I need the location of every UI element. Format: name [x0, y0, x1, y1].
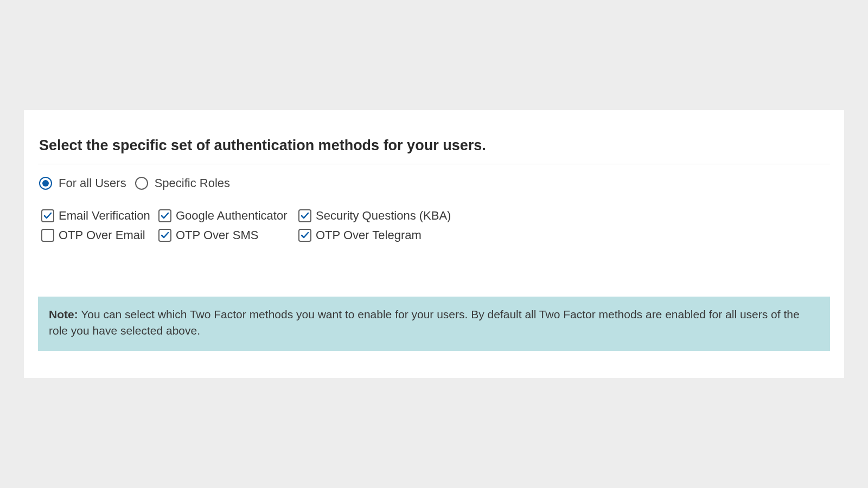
- note-box: Note: You can select which Two Factor me…: [38, 297, 830, 351]
- note-prefix: Note:: [49, 308, 78, 320]
- radio-dot-icon: [42, 180, 49, 187]
- checkbox-label: Google Authenticator: [176, 209, 287, 223]
- check-icon: [301, 211, 309, 220]
- checkbox-icon: [41, 229, 54, 242]
- checkbox-icon: [158, 229, 171, 242]
- checkbox-label: Email Verification: [59, 209, 150, 223]
- scope-radio-group: For all Users Specific Roles: [38, 176, 830, 190]
- checkbox-google-authenticator[interactable]: Google Authenticator: [158, 209, 298, 223]
- check-icon: [43, 211, 52, 220]
- checkbox-icon: [298, 209, 311, 222]
- checkbox-otp-over-telegram[interactable]: OTP Over Telegram: [298, 228, 830, 242]
- radio-for-all-users[interactable]: For all Users: [39, 176, 126, 190]
- checkbox-icon: [41, 209, 54, 222]
- checkbox-label: OTP Over Email: [59, 228, 145, 242]
- checkbox-label: Security Questions (KBA): [316, 209, 451, 223]
- radio-specific-roles[interactable]: Specific Roles: [135, 176, 230, 190]
- radio-icon: [135, 177, 148, 190]
- radio-label: Specific Roles: [155, 176, 230, 190]
- settings-card: Select the specific set of authenticatio…: [24, 110, 844, 378]
- checkbox-icon: [158, 209, 171, 222]
- check-icon: [161, 211, 169, 220]
- radio-label: For all Users: [59, 176, 126, 190]
- checkbox-label: OTP Over SMS: [176, 228, 258, 242]
- methods-checkbox-grid: Email Verification Google Authenticator …: [38, 209, 830, 242]
- checkbox-email-verification[interactable]: Email Verification: [41, 209, 158, 223]
- note-text: You can select which Two Factor methods …: [49, 308, 800, 337]
- radio-icon: [39, 177, 52, 190]
- checkbox-otp-over-sms[interactable]: OTP Over SMS: [158, 228, 298, 242]
- checkbox-otp-over-email[interactable]: OTP Over Email: [41, 228, 158, 242]
- checkbox-security-questions[interactable]: Security Questions (KBA): [298, 209, 830, 223]
- checkbox-icon: [298, 229, 311, 242]
- check-icon: [161, 231, 169, 240]
- checkbox-label: OTP Over Telegram: [316, 228, 422, 242]
- check-icon: [301, 231, 309, 240]
- section-heading: Select the specific set of authenticatio…: [38, 137, 830, 164]
